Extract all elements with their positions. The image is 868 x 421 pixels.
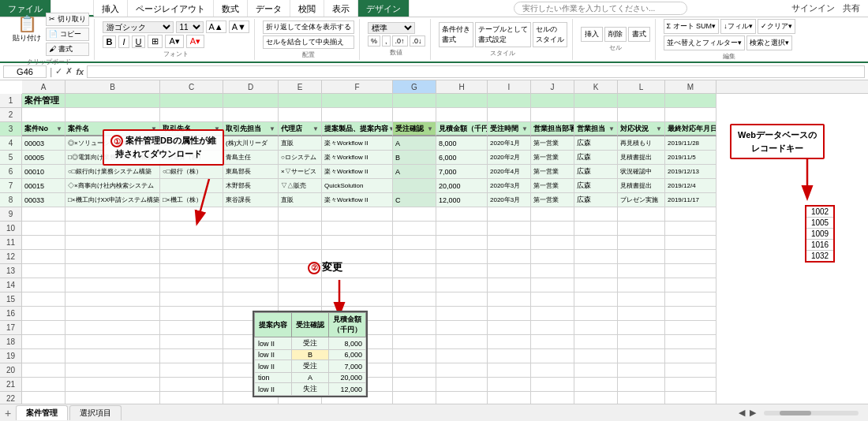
cell-r9[interactable] <box>436 207 488 222</box>
cell-e2[interactable] <box>279 108 322 122</box>
cell-r17[interactable] <box>22 321 65 335</box>
cell-r9[interactable] <box>488 207 531 222</box>
cell-k4[interactable]: 広森 <box>574 136 618 151</box>
cell-g8[interactable]: C <box>393 193 436 207</box>
cell-m2[interactable] <box>665 108 716 122</box>
row-header-16[interactable]: 16 <box>0 307 21 321</box>
cell-r21[interactable] <box>531 378 574 392</box>
cell-r20[interactable] <box>65 363 160 378</box>
format-painter-button[interactable]: 🖌 書式 <box>46 43 89 56</box>
cell-r11[interactable] <box>322 236 393 250</box>
cell-r16[interactable] <box>160 307 223 321</box>
cell-r11[interactable] <box>279 236 322 250</box>
row-header-1[interactable]: 1 <box>0 94 21 108</box>
copy-button[interactable]: 📄 コピー <box>46 28 89 41</box>
cell-r20[interactable] <box>22 363 65 378</box>
cell-r16[interactable] <box>393 307 436 321</box>
cell-r15[interactable] <box>488 292 531 307</box>
cell-r22[interactable] <box>574 392 618 404</box>
cell-a7[interactable]: 00015 <box>22 179 65 193</box>
cut-button[interactable]: ✂ 切り取り <box>46 13 89 26</box>
cell-i4[interactable]: 2020年1月 <box>488 136 531 151</box>
cell-g6[interactable]: A <box>393 165 436 179</box>
cell-m6[interactable]: 2019/12/13 <box>665 165 716 179</box>
cell-r10[interactable] <box>279 222 322 236</box>
cell-m5[interactable]: 2019/11/5 <box>665 151 716 165</box>
tab-page-layout[interactable]: ページレイアウト <box>128 0 214 17</box>
cell-r13[interactable] <box>436 264 488 278</box>
cell-r11[interactable] <box>618 236 665 250</box>
cell-r15[interactable] <box>436 292 488 307</box>
cell-r21[interactable] <box>160 378 223 392</box>
row-header-18[interactable]: 18 <box>0 335 21 349</box>
cell-g2[interactable] <box>393 108 436 122</box>
cell-r15[interactable] <box>531 292 574 307</box>
cell-r17[interactable] <box>65 321 160 335</box>
header-cell-amount[interactable]: 見積金額（千円）▼ <box>436 122 488 136</box>
fill-color-button[interactable]: A▾ <box>165 35 183 48</box>
cell-r16[interactable] <box>618 307 665 321</box>
cell-r21[interactable] <box>488 378 531 392</box>
cell-r21[interactable] <box>65 378 160 392</box>
format-button[interactable]: 書式 <box>628 27 650 42</box>
cell-f4[interactable]: 楽々Workflow II <box>322 136 393 151</box>
cell-r10[interactable] <box>531 222 574 236</box>
cell-f5[interactable]: 楽々Workflow II <box>322 151 393 165</box>
insert-button[interactable]: 挿入 <box>581 27 603 42</box>
cell-r9[interactable] <box>322 207 393 222</box>
cell-r17[interactable] <box>160 321 223 335</box>
delete-button[interactable]: 削除 <box>604 27 627 42</box>
cell-g7[interactable] <box>393 179 436 193</box>
cell-r9[interactable] <box>618 207 665 222</box>
cell-r11[interactable] <box>22 236 65 250</box>
cell-r10[interactable] <box>488 222 531 236</box>
cell-a2[interactable] <box>22 108 65 122</box>
cell-b6[interactable]: ○□銀行向け業務システム構築 <box>65 165 160 179</box>
cell-r10[interactable] <box>574 222 618 236</box>
increase-decimal-button[interactable]: .0↑ <box>392 35 408 47</box>
header-cell-sales[interactable]: 営業担当▼ <box>574 122 618 136</box>
cell-r12[interactable] <box>531 250 574 264</box>
cell-r20[interactable] <box>436 363 488 378</box>
cell-r22[interactable] <box>618 392 665 404</box>
italic-button[interactable]: I <box>118 35 129 48</box>
border-button[interactable]: ⊞ <box>148 35 163 48</box>
cell-r17[interactable] <box>488 321 531 335</box>
header-cell-ano[interactable]: 案件No▼ <box>22 122 65 136</box>
header-cell-status[interactable]: 対応状況▼ <box>618 122 665 136</box>
cell-b7[interactable]: ◇×商事向け社内検索システム <box>65 179 160 193</box>
cell-r16[interactable] <box>22 307 65 321</box>
cell-r22[interactable] <box>488 392 531 404</box>
sheet-tab-main[interactable]: 案件管理 <box>16 405 68 420</box>
row-header-4[interactable]: 4 <box>0 136 21 151</box>
header-cell-date[interactable]: 最終対応年月日▼ <box>665 122 716 136</box>
cell-r22[interactable] <box>436 392 488 404</box>
cell-e1[interactable] <box>279 94 322 108</box>
cell-f7[interactable]: QuickSolution <box>322 179 393 193</box>
cell-r19[interactable] <box>65 349 160 363</box>
sheet-tab-add[interactable]: + <box>0 405 16 421</box>
cell-r10[interactable] <box>22 222 65 236</box>
col-header-m[interactable]: M <box>665 80 716 93</box>
cell-r17[interactable] <box>531 321 574 335</box>
wrap-text-button[interactable]: 折り返して全体を表示する <box>263 20 354 34</box>
cell-r15[interactable] <box>393 292 436 307</box>
cell-r15[interactable] <box>279 292 322 307</box>
cell-r19[interactable] <box>574 349 618 363</box>
col-header-a[interactable]: A <box>22 80 65 93</box>
cell-r18[interactable] <box>22 335 65 349</box>
cell-r18[interactable] <box>65 335 160 349</box>
cell-h4[interactable]: 8,000 <box>436 136 488 151</box>
row-header-15[interactable]: 15 <box>0 292 21 307</box>
row-header-9[interactable]: 9 <box>0 207 21 222</box>
cell-l5[interactable]: 見積書提出 <box>618 151 665 165</box>
cell-d5[interactable]: 青島主任 <box>223 151 279 165</box>
cell-r14[interactable] <box>160 278 223 292</box>
row-header-13[interactable]: 13 <box>0 264 21 278</box>
tab-view[interactable]: 表示 <box>324 0 358 17</box>
search-input[interactable] <box>514 2 687 15</box>
cell-r9[interactable] <box>22 207 65 222</box>
cell-r16[interactable] <box>488 307 531 321</box>
cell-r14[interactable] <box>393 278 436 292</box>
row-header-5[interactable]: 5 <box>0 151 21 165</box>
